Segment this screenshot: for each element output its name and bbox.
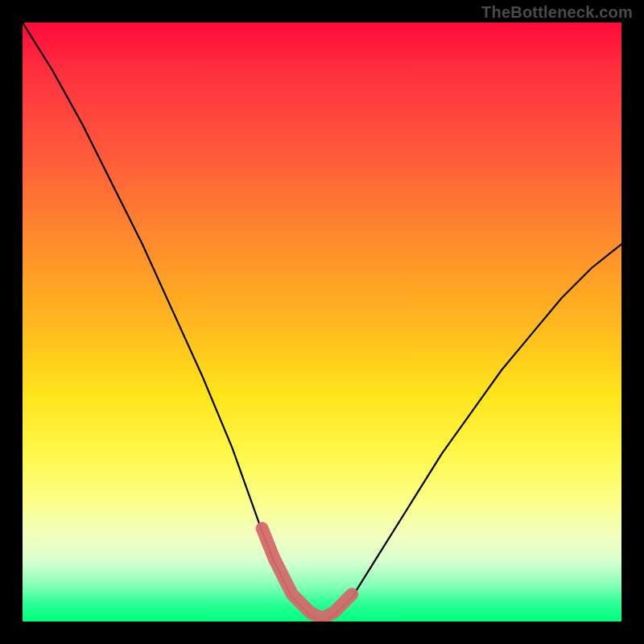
optimal-range-highlight <box>262 528 353 618</box>
curve-layer <box>23 23 621 621</box>
watermark-text: TheBottleneck.com <box>481 3 633 22</box>
chart-stage: TheBottleneck.com <box>0 0 644 644</box>
plot-area <box>23 23 621 621</box>
bottleneck-curve <box>23 23 621 621</box>
